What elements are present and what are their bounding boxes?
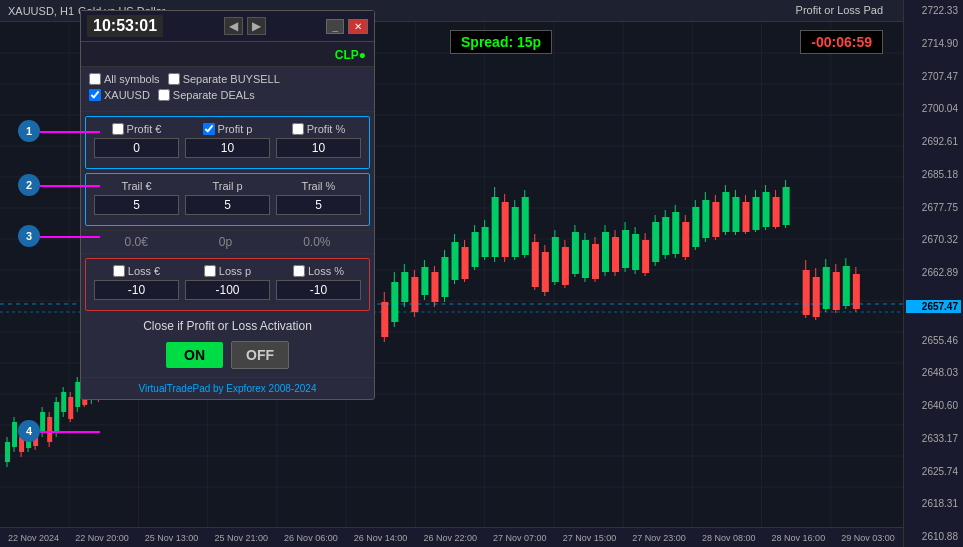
profit-pct-input[interactable]: 10 [276, 138, 361, 158]
loss-euro-col: Loss € -10 [94, 265, 179, 300]
panel-controls: _ ✕ [326, 19, 368, 34]
annotation-line-3 [40, 236, 100, 238]
separate-buysell-checkbox[interactable]: Separate BUYSELL [168, 73, 280, 85]
separate-buysell-input[interactable] [168, 73, 180, 85]
time-3: 25 Nov 21:00 [214, 533, 268, 543]
close-btn[interactable]: ✕ [348, 19, 368, 34]
price-2618: 2618.31 [906, 498, 961, 509]
trail-p-input[interactable]: 5 [185, 195, 270, 215]
panel-footer: VirtualTradePad by Expforex 2008-2024 [81, 377, 374, 399]
clp-bar: CLP● [81, 42, 374, 67]
svg-rect-28 [5, 442, 10, 462]
price-2685: 2685.18 [906, 169, 961, 180]
activation-text: Close if Profit or Loss Activation [143, 319, 312, 333]
profit-p-input[interactable]: 10 [185, 138, 270, 158]
loss-p-header: Loss p [204, 265, 251, 277]
time-6: 26 Nov 22:00 [423, 533, 477, 543]
profit-p-col: Profit p 10 [185, 123, 270, 158]
profit-header-row: Profit € 0 Profit p 10 Profit % 10 [94, 123, 361, 158]
trail-section: Trail € 5 Trail p 5 Trail % 5 [85, 173, 370, 226]
all-symbols-input[interactable] [89, 73, 101, 85]
clp-indicator: CLP● [335, 48, 366, 62]
trail-euro-input[interactable]: 5 [94, 195, 179, 215]
annotation-4: 4 [18, 420, 40, 442]
profit-euro-input[interactable]: 0 [94, 138, 179, 158]
time-10: 28 Nov 08:00 [702, 533, 756, 543]
loss-section: Loss € -10 Loss p -100 Loss % -10 [85, 258, 370, 311]
xauusd-input[interactable] [89, 89, 101, 101]
loss-euro-checkbox[interactable] [113, 265, 125, 277]
annotation-2: 2 [18, 174, 40, 196]
loss-euro-input[interactable]: -10 [94, 280, 179, 300]
annotation-line-1 [40, 131, 100, 133]
trail-p-header: Trail p [212, 180, 242, 192]
timer-value: -00:06:59 [811, 34, 872, 50]
on-button[interactable]: ON [166, 342, 223, 368]
profit-euro-col: Profit € 0 [94, 123, 179, 158]
all-symbols-checkbox[interactable]: All symbols [89, 73, 160, 85]
annotation-1: 1 [18, 120, 40, 142]
separate-deals-checkbox[interactable]: Separate DEALs [158, 89, 255, 101]
loss-euro-label: Loss € [128, 265, 160, 277]
loss-p-checkbox[interactable] [204, 265, 216, 277]
current-values-row: 0.0€ 0p 0.0% [81, 230, 374, 254]
trail-pct-label: Trail % [302, 180, 336, 192]
profit-p-checkbox[interactable] [203, 123, 215, 135]
pad-label: Profit or Loss Pad [796, 4, 883, 16]
time-8: 27 Nov 15:00 [563, 533, 617, 543]
price-2640: 2640.60 [906, 400, 961, 411]
price-2677: 2677.75 [906, 202, 961, 213]
price-axis: 2722.33 2714.90 2707.47 2700.04 2692.61 … [903, 0, 963, 547]
time-11: 28 Nov 16:00 [772, 533, 826, 543]
price-2707: 2707.47 [906, 71, 961, 82]
svg-rect-38 [40, 412, 45, 432]
off-button[interactable]: OFF [231, 341, 289, 369]
time-0: 22 Nov 2024 [8, 533, 59, 543]
time-7: 27 Nov 07:00 [493, 533, 547, 543]
symbol-row-2: XAUUSD Separate DEALs [89, 89, 366, 101]
price-2655: 2655.46 [906, 335, 961, 346]
minimize-btn[interactable]: _ [326, 19, 344, 34]
profit-loss-panel: 10:53:01 ◀ ▶ _ ✕ CLP● All symbols Separa… [80, 10, 375, 400]
nav-prev-btn[interactable]: ◀ [224, 17, 243, 35]
loss-pct-col: Loss % -10 [276, 265, 361, 300]
price-2722: 2722.33 [906, 5, 961, 16]
svg-rect-66 [421, 267, 428, 295]
loss-pct-label: Loss % [308, 265, 344, 277]
profit-section: Profit € 0 Profit p 10 Profit % 10 [85, 116, 370, 169]
profit-pct-checkbox[interactable] [292, 123, 304, 135]
loss-pct-checkbox[interactable] [293, 265, 305, 277]
price-2714: 2714.90 [906, 38, 961, 49]
toggle-row: ON OFF [81, 337, 374, 377]
nav-next-btn[interactable]: ▶ [247, 17, 266, 35]
annotation-line-4 [40, 431, 100, 433]
time-2: 25 Nov 13:00 [145, 533, 199, 543]
loss-header-row: Loss € -10 Loss p -100 Loss % -10 [94, 265, 361, 300]
chart-title: XAUUSD, H1 [8, 5, 74, 17]
price-2700: 2700.04 [906, 103, 961, 114]
trail-p-col: Trail p 5 [185, 180, 270, 215]
profit-euro-checkbox[interactable] [112, 123, 124, 135]
loss-pct-input[interactable]: -10 [276, 280, 361, 300]
trail-header-row: Trail € 5 Trail p 5 Trail % 5 [94, 180, 361, 215]
time-4: 26 Nov 06:00 [284, 533, 338, 543]
spread-indicator: Spread: 15p [450, 30, 552, 54]
symbol-section: All symbols Separate BUYSELL XAUUSD Sepa… [81, 67, 374, 112]
trail-pct-input[interactable]: 5 [276, 195, 361, 215]
profit-pct-label: Profit % [307, 123, 346, 135]
profit-euro-label: Profit € [127, 123, 162, 135]
current-p: 0p [219, 235, 232, 249]
xauusd-checkbox[interactable]: XAUUSD [89, 89, 150, 101]
trail-p-label: Trail p [212, 180, 242, 192]
price-2633: 2633.17 [906, 433, 961, 444]
svg-rect-136 [773, 197, 780, 227]
price-2610: 2610.88 [906, 531, 961, 542]
price-2670: 2670.32 [906, 234, 961, 245]
loss-euro-header: Loss € [113, 265, 160, 277]
loss-p-input[interactable]: -100 [185, 280, 270, 300]
trail-pct-header: Trail % [302, 180, 336, 192]
annotation-3: 3 [18, 225, 40, 247]
trail-euro-header: Trail € [121, 180, 151, 192]
svg-rect-44 [61, 392, 66, 412]
separate-deals-input[interactable] [158, 89, 170, 101]
